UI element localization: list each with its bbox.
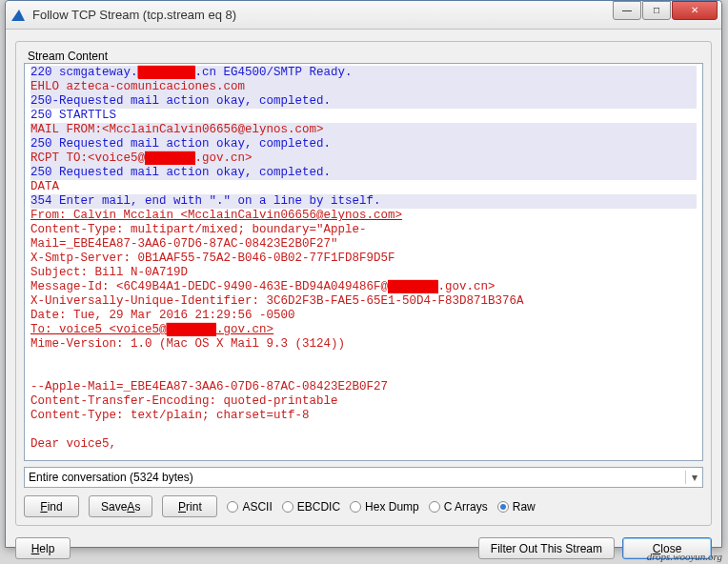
svg-marker-0 (11, 10, 25, 21)
close-window-button[interactable]: ✕ (672, 1, 718, 20)
content-area: Stream Content 220 scmgateway.████████.c… (6, 30, 721, 564)
window: Follow TCP Stream (tcp.stream eq 8) — □ … (5, 0, 722, 548)
bottom-row: Help Filter Out This Stream Close (15, 537, 712, 559)
minimize-button[interactable]: — (613, 1, 641, 20)
window-title: Follow TCP Stream (tcp.stream eq 8) (32, 8, 613, 22)
stream-content-group: Stream Content 220 scmgateway.████████.c… (15, 41, 712, 526)
window-buttons: — □ ✕ (613, 1, 721, 20)
radio-ebcdic[interactable]: EBCDIC (282, 500, 340, 514)
find-button[interactable]: Find (24, 495, 79, 517)
stream-text[interactable]: 220 scmgateway.████████.cn EG4500/SMTP R… (24, 63, 703, 461)
help-button[interactable]: Help (15, 537, 71, 559)
toolbar-row: Find Save As Print ASCII EBCDIC Hex Dump… (24, 495, 703, 517)
group-title: Stream Content (24, 50, 111, 63)
radio-raw[interactable]: Raw (497, 500, 536, 514)
watermark: drops.wooyun.org (647, 551, 722, 562)
combo-text: Entire conversation (5324 bytes) (29, 471, 193, 484)
print-button[interactable]: Print (162, 495, 217, 517)
saveas-button[interactable]: Save As (89, 495, 152, 517)
radio-carrays[interactable]: C Arrays (429, 500, 488, 514)
maximize-button[interactable]: □ (642, 1, 671, 20)
radio-ascii[interactable]: ASCII (227, 500, 272, 514)
wireshark-icon (11, 8, 27, 23)
chevron-down-icon: ▾ (685, 471, 702, 484)
filter-out-button[interactable]: Filter Out This Stream (478, 537, 615, 559)
radio-hexdump[interactable]: Hex Dump (350, 500, 419, 514)
titlebar[interactable]: Follow TCP Stream (tcp.stream eq 8) — □ … (6, 1, 721, 30)
conversation-combo[interactable]: Entire conversation (5324 bytes) ▾ (24, 467, 703, 488)
